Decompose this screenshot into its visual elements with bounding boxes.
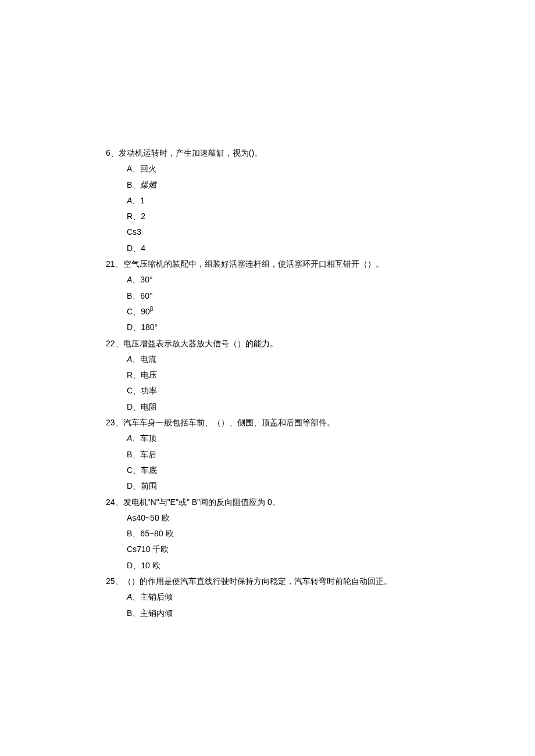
option-b: B、60°: [106, 288, 430, 304]
option-d: D、4: [106, 241, 430, 256]
option-c: C、车底: [106, 463, 430, 478]
option-a2: A、1: [106, 193, 430, 209]
option-b: B、65~80 欧: [106, 526, 430, 542]
option-c: C、90β: [106, 304, 430, 320]
option-a: A、30°: [106, 272, 430, 288]
question-22: 22、电压增益表示放大器放大信号（）的能力。 A、电流 R、电压 C、功率 D、…: [106, 336, 430, 415]
option-r: R、2: [106, 209, 430, 224]
question-text: 24、发电机"N"与"E"或" B"间的反向阻值应为 0。: [106, 495, 430, 510]
option-a: A、电流: [106, 352, 430, 367]
question-text: 25、（）的作用是使汽车直线行驶时保持方向稳定，汽车转弯时前轮自动回正。: [106, 574, 430, 589]
option-cs: Cs3: [106, 224, 430, 240]
option-d: D、180°: [106, 320, 430, 335]
option-as: As40~50 欧: [106, 510, 430, 526]
option-b: B、主销内倾: [106, 605, 430, 621]
question-23: 23、汽车车身一般包括车前、（）、侧围、顶盖和后围等部件。 A、车顶 B、车后 …: [106, 415, 430, 494]
option-d: D、前围: [106, 478, 430, 494]
question-6: 6、发动机运转时，产生加速敲缸，视为()。 A、回火 B、爆燃 A、1 R、2 …: [106, 145, 430, 256]
option-b: B、爆燃: [106, 177, 430, 193]
question-21: 21、空气压缩机的装配中，组装好活塞连杆组，使活塞环开口相互错开（）。 A、30…: [106, 256, 430, 335]
question-text: 21、空气压缩机的装配中，组装好活塞连杆组，使活塞环开口相互错开（）。: [106, 256, 430, 272]
question-text: 23、汽车车身一般包括车前、（）、侧围、顶盖和后围等部件。: [106, 415, 430, 431]
option-c: C、功率: [106, 383, 430, 399]
option-d: D、10 欧: [106, 558, 430, 574]
question-24: 24、发电机"N"与"E"或" B"间的反向阻值应为 0。 As40~50 欧 …: [106, 495, 430, 574]
option-b: B、车后: [106, 447, 430, 463]
option-a: A、主销后倾: [106, 589, 430, 605]
question-25: 25、（）的作用是使汽车直线行驶时保持方向稳定，汽车转弯时前轮自动回正。 A、主…: [106, 574, 430, 621]
question-text: 6、发动机运转时，产生加速敲缸，视为()。: [106, 145, 430, 161]
question-text: 22、电压增益表示放大器放大信号（）的能力。: [106, 336, 430, 352]
document-content: 6、发动机运转时，产生加速敲缸，视为()。 A、回火 B、爆燃 A、1 R、2 …: [106, 145, 430, 621]
option-d: D、电阻: [106, 399, 430, 415]
option-r: R、电压: [106, 367, 430, 383]
option-a: A、回火: [106, 161, 430, 177]
option-a: A、车顶: [106, 431, 430, 446]
option-cs: Cs710 千欧: [106, 542, 430, 557]
